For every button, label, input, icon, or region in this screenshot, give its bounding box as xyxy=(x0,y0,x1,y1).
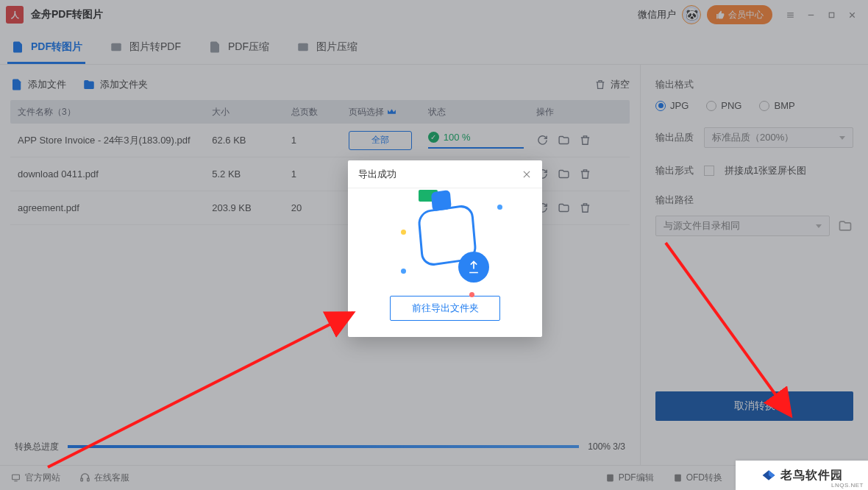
watermark-sub: LNQS.NET xyxy=(831,482,864,489)
modal-title: 导出成功 xyxy=(358,168,396,181)
watermark-text: 老鸟软件园 xyxy=(780,468,843,483)
success-illustration xyxy=(386,202,504,283)
watermark-logo-icon xyxy=(761,468,776,483)
export-success-modal: 导出成功 前往导出文件夹 xyxy=(348,160,542,337)
watermark: 老鸟软件园 LNQS.NET xyxy=(736,461,868,490)
close-icon[interactable] xyxy=(522,169,532,180)
share-icon xyxy=(466,260,481,274)
goto-folder-button[interactable]: 前往导出文件夹 xyxy=(390,296,500,321)
